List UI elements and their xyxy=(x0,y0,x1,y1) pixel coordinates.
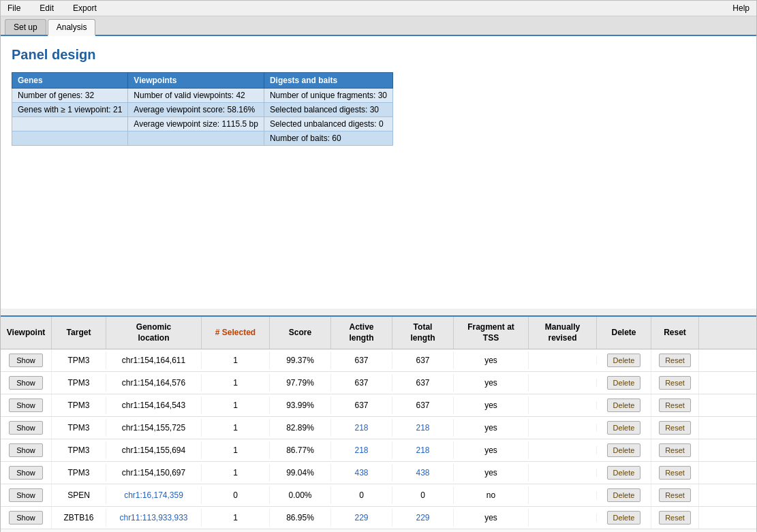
delete-button[interactable]: Delete xyxy=(607,376,641,390)
menu-file[interactable]: File xyxy=(3,2,25,14)
cell-delete: Delete xyxy=(597,439,651,461)
table-row: Show ZBTB16 chr11:113,933,933 1 86.95% 2… xyxy=(1,507,756,529)
summary-vp-row3: Average viewpoint size: 1115.5 bp xyxy=(128,117,264,131)
cell-show: Show xyxy=(1,462,52,484)
show-button[interactable]: Show xyxy=(9,466,43,480)
cell-score: 99.04% xyxy=(270,464,331,482)
cell-manual xyxy=(529,514,597,522)
show-button[interactable]: Show xyxy=(9,443,43,457)
show-button[interactable]: Show xyxy=(9,488,43,502)
cell-manual xyxy=(529,356,597,364)
tab-analysis[interactable]: Analysis xyxy=(48,19,96,36)
cell-active: 637 xyxy=(331,396,392,414)
delete-button[interactable]: Delete xyxy=(607,443,641,457)
delete-button[interactable]: Delete xyxy=(607,511,641,525)
cell-location: chr1:154,164,611 xyxy=(106,351,202,369)
cell-tss: yes xyxy=(454,419,529,437)
cell-target: TPM3 xyxy=(52,441,106,459)
delete-button[interactable]: Delete xyxy=(607,398,641,412)
table-row: Show TPM3 chr1:154,164,576 1 97.79% 637 … xyxy=(1,372,756,394)
menu-export[interactable]: Export xyxy=(69,2,101,14)
col-delete: Delete xyxy=(597,317,651,349)
col-location: Genomiclocation xyxy=(106,317,202,349)
cell-delete: Delete xyxy=(597,349,651,371)
summary-vp-empty xyxy=(128,131,264,146)
reset-button[interactable]: Reset xyxy=(659,443,691,457)
show-button[interactable]: Show xyxy=(9,398,43,412)
cell-reset: Reset xyxy=(651,439,699,461)
col-manual: Manuallyrevised xyxy=(529,317,597,349)
reset-button[interactable]: Reset xyxy=(659,354,691,367)
reset-button[interactable]: Reset xyxy=(659,398,691,412)
cell-location: chr1:154,155,694 xyxy=(106,441,202,459)
table-row: Show TPM3 chr1:154,155,725 1 82.89% 218 … xyxy=(1,417,756,439)
delete-button[interactable]: Delete xyxy=(607,488,641,502)
reset-button[interactable]: Reset xyxy=(659,466,691,480)
table-row: Show SPEN chr1:16,174,359 0 0.00% 0 0 no… xyxy=(1,484,756,507)
cell-target: TPM3 xyxy=(52,464,106,482)
col-viewpoint: Viewpoint xyxy=(1,317,52,349)
menu-edit[interactable]: Edit xyxy=(35,2,58,14)
cell-reset: Reset xyxy=(651,394,699,416)
summary-header-viewpoints: Viewpoints xyxy=(128,73,264,89)
cell-location: chr1:154,164,576 xyxy=(106,374,202,392)
cell-active: 438 xyxy=(331,464,392,482)
cell-active: 637 xyxy=(331,374,392,392)
cell-show: Show xyxy=(1,484,52,506)
cell-score: 97.79% xyxy=(270,374,331,392)
cell-manual xyxy=(529,401,597,409)
show-button[interactable]: Show xyxy=(9,421,43,435)
menubar: File Edit Export Help xyxy=(1,1,756,16)
show-button[interactable]: Show xyxy=(9,354,43,367)
cell-total: 218 xyxy=(392,419,454,437)
col-target: Target xyxy=(52,317,106,349)
cell-manual xyxy=(529,491,597,499)
summary-genes-empty xyxy=(12,117,128,131)
cell-total: 438 xyxy=(392,464,454,482)
reset-button[interactable]: Reset xyxy=(659,376,691,390)
table-row: Show TPM3 chr1:154,155,694 1 86.77% 218 … xyxy=(1,439,756,462)
cell-score: 86.95% xyxy=(270,509,331,527)
summary-dig-row4: Number of baits: 60 xyxy=(264,131,392,146)
reset-button[interactable]: Reset xyxy=(659,511,691,525)
col-active: Activelength xyxy=(331,317,392,349)
cell-reset: Reset xyxy=(651,507,699,529)
cell-tss: yes xyxy=(454,509,529,527)
cell-delete: Delete xyxy=(597,507,651,529)
cell-target: ZBTB16 xyxy=(52,509,106,527)
page-title: Panel design xyxy=(12,47,745,63)
summary-genes-empty2 xyxy=(12,131,128,146)
cell-tss: yes xyxy=(454,441,529,459)
summary-vp-row2: Average viewpoint score: 58.16% xyxy=(128,103,264,117)
cell-target: SPEN xyxy=(52,486,106,504)
cell-manual xyxy=(529,446,597,454)
col-reset: Reset xyxy=(651,317,699,349)
delete-button[interactable]: Delete xyxy=(607,466,641,480)
reset-button[interactable]: Reset xyxy=(659,421,691,435)
cell-selected: 1 xyxy=(202,441,270,459)
cell-reset: Reset xyxy=(651,417,699,439)
grid-header: Viewpoint Target Genomiclocation # Selec… xyxy=(1,317,756,349)
show-button[interactable]: Show xyxy=(9,376,43,390)
cell-active: 218 xyxy=(331,419,392,437)
show-button[interactable]: Show xyxy=(9,511,43,525)
cell-reset: Reset xyxy=(651,484,699,506)
summary-dig-row2: Selected balanced digests: 30 xyxy=(264,103,392,117)
tab-bar: Set up Analysis xyxy=(1,16,756,36)
cell-active: 218 xyxy=(331,441,392,459)
cell-location: chr1:154,164,543 xyxy=(106,396,202,414)
menu-help[interactable]: Help xyxy=(728,3,754,13)
summary-genes-row2: Genes with ≥ 1 viewpoint: 21 xyxy=(12,103,128,117)
cell-tss: yes xyxy=(454,464,529,482)
cell-manual xyxy=(529,424,597,432)
cell-target: TPM3 xyxy=(52,351,106,369)
grid-body: Show TPM3 chr1:154,164,611 1 99.37% 637 … xyxy=(1,349,756,532)
delete-button[interactable]: Delete xyxy=(607,354,641,367)
reset-button[interactable]: Reset xyxy=(659,488,691,502)
cell-location: chr1:154,150,697 xyxy=(106,464,202,482)
tab-setup[interactable]: Set up xyxy=(5,19,46,35)
table-row: Show TPM3 chr1:154,164,543 1 93.99% 637 … xyxy=(1,394,756,417)
cell-selected: 1 xyxy=(202,464,270,482)
cell-reset: Reset xyxy=(651,372,699,394)
delete-button[interactable]: Delete xyxy=(607,421,641,435)
